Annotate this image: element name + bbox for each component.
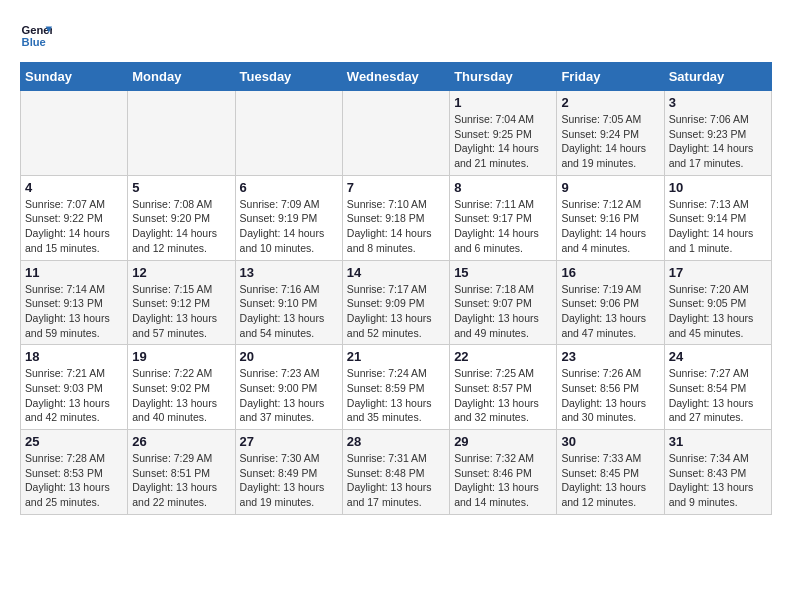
day-info: Sunrise: 7:27 AMSunset: 8:54 PMDaylight:…	[669, 366, 767, 425]
day-info: Sunrise: 7:24 AMSunset: 8:59 PMDaylight:…	[347, 366, 445, 425]
day-info: Sunrise: 7:12 AMSunset: 9:16 PMDaylight:…	[561, 197, 659, 256]
calendar-week-1: 1Sunrise: 7:04 AMSunset: 9:25 PMDaylight…	[21, 91, 772, 176]
calendar-cell: 19Sunrise: 7:22 AMSunset: 9:02 PMDayligh…	[128, 345, 235, 430]
day-info: Sunrise: 7:22 AMSunset: 9:02 PMDaylight:…	[132, 366, 230, 425]
calendar-cell: 28Sunrise: 7:31 AMSunset: 8:48 PMDayligh…	[342, 430, 449, 515]
calendar-cell	[235, 91, 342, 176]
calendar-cell: 25Sunrise: 7:28 AMSunset: 8:53 PMDayligh…	[21, 430, 128, 515]
day-number: 19	[132, 349, 230, 364]
calendar-cell: 16Sunrise: 7:19 AMSunset: 9:06 PMDayligh…	[557, 260, 664, 345]
day-info: Sunrise: 7:16 AMSunset: 9:10 PMDaylight:…	[240, 282, 338, 341]
weekday-header-tuesday: Tuesday	[235, 63, 342, 91]
calendar-cell: 17Sunrise: 7:20 AMSunset: 9:05 PMDayligh…	[664, 260, 771, 345]
calendar-cell: 20Sunrise: 7:23 AMSunset: 9:00 PMDayligh…	[235, 345, 342, 430]
calendar-week-4: 18Sunrise: 7:21 AMSunset: 9:03 PMDayligh…	[21, 345, 772, 430]
day-info: Sunrise: 7:17 AMSunset: 9:09 PMDaylight:…	[347, 282, 445, 341]
calendar-cell: 15Sunrise: 7:18 AMSunset: 9:07 PMDayligh…	[450, 260, 557, 345]
calendar-cell: 5Sunrise: 7:08 AMSunset: 9:20 PMDaylight…	[128, 175, 235, 260]
day-number: 13	[240, 265, 338, 280]
day-number: 24	[669, 349, 767, 364]
day-number: 1	[454, 95, 552, 110]
day-number: 21	[347, 349, 445, 364]
day-info: Sunrise: 7:34 AMSunset: 8:43 PMDaylight:…	[669, 451, 767, 510]
day-number: 15	[454, 265, 552, 280]
day-number: 14	[347, 265, 445, 280]
logo: General Blue	[20, 20, 52, 52]
day-info: Sunrise: 7:25 AMSunset: 8:57 PMDaylight:…	[454, 366, 552, 425]
day-info: Sunrise: 7:29 AMSunset: 8:51 PMDaylight:…	[132, 451, 230, 510]
day-number: 16	[561, 265, 659, 280]
day-info: Sunrise: 7:14 AMSunset: 9:13 PMDaylight:…	[25, 282, 123, 341]
day-number: 28	[347, 434, 445, 449]
day-info: Sunrise: 7:10 AMSunset: 9:18 PMDaylight:…	[347, 197, 445, 256]
day-info: Sunrise: 7:05 AMSunset: 9:24 PMDaylight:…	[561, 112, 659, 171]
day-info: Sunrise: 7:31 AMSunset: 8:48 PMDaylight:…	[347, 451, 445, 510]
day-number: 26	[132, 434, 230, 449]
calendar-cell: 4Sunrise: 7:07 AMSunset: 9:22 PMDaylight…	[21, 175, 128, 260]
day-info: Sunrise: 7:20 AMSunset: 9:05 PMDaylight:…	[669, 282, 767, 341]
day-info: Sunrise: 7:09 AMSunset: 9:19 PMDaylight:…	[240, 197, 338, 256]
day-number: 12	[132, 265, 230, 280]
day-number: 29	[454, 434, 552, 449]
weekday-header-row: SundayMondayTuesdayWednesdayThursdayFrid…	[21, 63, 772, 91]
calendar-week-2: 4Sunrise: 7:07 AMSunset: 9:22 PMDaylight…	[21, 175, 772, 260]
calendar-cell: 12Sunrise: 7:15 AMSunset: 9:12 PMDayligh…	[128, 260, 235, 345]
day-info: Sunrise: 7:32 AMSunset: 8:46 PMDaylight:…	[454, 451, 552, 510]
day-number: 8	[454, 180, 552, 195]
day-info: Sunrise: 7:33 AMSunset: 8:45 PMDaylight:…	[561, 451, 659, 510]
calendar-cell: 2Sunrise: 7:05 AMSunset: 9:24 PMDaylight…	[557, 91, 664, 176]
calendar-cell: 30Sunrise: 7:33 AMSunset: 8:45 PMDayligh…	[557, 430, 664, 515]
day-info: Sunrise: 7:15 AMSunset: 9:12 PMDaylight:…	[132, 282, 230, 341]
calendar-cell: 14Sunrise: 7:17 AMSunset: 9:09 PMDayligh…	[342, 260, 449, 345]
calendar-cell: 11Sunrise: 7:14 AMSunset: 9:13 PMDayligh…	[21, 260, 128, 345]
day-number: 10	[669, 180, 767, 195]
calendar-cell: 6Sunrise: 7:09 AMSunset: 9:19 PMDaylight…	[235, 175, 342, 260]
page-header: General Blue	[20, 20, 772, 52]
calendar-week-3: 11Sunrise: 7:14 AMSunset: 9:13 PMDayligh…	[21, 260, 772, 345]
day-info: Sunrise: 7:06 AMSunset: 9:23 PMDaylight:…	[669, 112, 767, 171]
weekday-header-monday: Monday	[128, 63, 235, 91]
calendar-cell: 10Sunrise: 7:13 AMSunset: 9:14 PMDayligh…	[664, 175, 771, 260]
day-number: 17	[669, 265, 767, 280]
day-number: 23	[561, 349, 659, 364]
day-info: Sunrise: 7:19 AMSunset: 9:06 PMDaylight:…	[561, 282, 659, 341]
calendar-cell	[342, 91, 449, 176]
day-info: Sunrise: 7:30 AMSunset: 8:49 PMDaylight:…	[240, 451, 338, 510]
calendar-cell: 13Sunrise: 7:16 AMSunset: 9:10 PMDayligh…	[235, 260, 342, 345]
day-number: 22	[454, 349, 552, 364]
weekday-header-wednesday: Wednesday	[342, 63, 449, 91]
calendar-cell: 29Sunrise: 7:32 AMSunset: 8:46 PMDayligh…	[450, 430, 557, 515]
day-number: 2	[561, 95, 659, 110]
day-number: 6	[240, 180, 338, 195]
day-info: Sunrise: 7:26 AMSunset: 8:56 PMDaylight:…	[561, 366, 659, 425]
calendar-cell: 7Sunrise: 7:10 AMSunset: 9:18 PMDaylight…	[342, 175, 449, 260]
calendar-cell: 23Sunrise: 7:26 AMSunset: 8:56 PMDayligh…	[557, 345, 664, 430]
calendar-table: SundayMondayTuesdayWednesdayThursdayFrid…	[20, 62, 772, 515]
day-info: Sunrise: 7:11 AMSunset: 9:17 PMDaylight:…	[454, 197, 552, 256]
day-number: 7	[347, 180, 445, 195]
day-info: Sunrise: 7:23 AMSunset: 9:00 PMDaylight:…	[240, 366, 338, 425]
weekday-header-sunday: Sunday	[21, 63, 128, 91]
day-number: 27	[240, 434, 338, 449]
calendar-week-5: 25Sunrise: 7:28 AMSunset: 8:53 PMDayligh…	[21, 430, 772, 515]
calendar-cell: 18Sunrise: 7:21 AMSunset: 9:03 PMDayligh…	[21, 345, 128, 430]
day-info: Sunrise: 7:28 AMSunset: 8:53 PMDaylight:…	[25, 451, 123, 510]
calendar-cell: 1Sunrise: 7:04 AMSunset: 9:25 PMDaylight…	[450, 91, 557, 176]
day-info: Sunrise: 7:04 AMSunset: 9:25 PMDaylight:…	[454, 112, 552, 171]
calendar-cell: 31Sunrise: 7:34 AMSunset: 8:43 PMDayligh…	[664, 430, 771, 515]
svg-text:General: General	[22, 24, 52, 36]
calendar-cell: 21Sunrise: 7:24 AMSunset: 8:59 PMDayligh…	[342, 345, 449, 430]
calendar-cell: 26Sunrise: 7:29 AMSunset: 8:51 PMDayligh…	[128, 430, 235, 515]
calendar-cell	[21, 91, 128, 176]
calendar-cell: 27Sunrise: 7:30 AMSunset: 8:49 PMDayligh…	[235, 430, 342, 515]
svg-text:Blue: Blue	[22, 36, 46, 48]
day-number: 3	[669, 95, 767, 110]
calendar-cell: 22Sunrise: 7:25 AMSunset: 8:57 PMDayligh…	[450, 345, 557, 430]
day-number: 18	[25, 349, 123, 364]
day-number: 30	[561, 434, 659, 449]
calendar-cell: 24Sunrise: 7:27 AMSunset: 8:54 PMDayligh…	[664, 345, 771, 430]
day-number: 4	[25, 180, 123, 195]
day-number: 9	[561, 180, 659, 195]
logo-icon: General Blue	[20, 20, 52, 52]
calendar-cell: 9Sunrise: 7:12 AMSunset: 9:16 PMDaylight…	[557, 175, 664, 260]
